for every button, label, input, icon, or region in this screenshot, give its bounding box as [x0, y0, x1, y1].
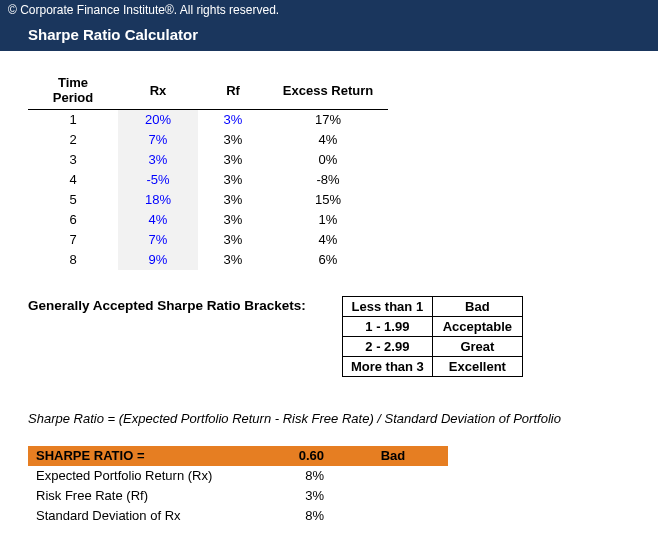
cell-rx: 18%	[118, 190, 198, 210]
cell-er: 1%	[268, 210, 388, 230]
cell-period: 6	[28, 210, 118, 230]
cell-rx: 3%	[118, 150, 198, 170]
title-bar: Sharpe Ratio Calculator	[0, 20, 658, 51]
cell-rx: 7%	[118, 230, 198, 250]
cell-er: 4%	[268, 230, 388, 250]
result-line-label: Risk Free Rate (Rf)	[28, 486, 268, 506]
table-row: 3 3% 3% 0%	[28, 150, 388, 170]
cell-period: 3	[28, 150, 118, 170]
result-line: Expected Portfolio Return (Rx) 8%	[28, 466, 448, 486]
result-label: SHARPE RATIO =	[28, 446, 268, 466]
bracket-range: More than 3	[342, 356, 432, 376]
bracket-row: Less than 1 Bad	[342, 296, 522, 316]
brackets-table: Less than 1 Bad 1 - 1.99 Acceptable 2 - …	[342, 296, 523, 377]
cell-rx: 7%	[118, 130, 198, 150]
brackets-section: Generally Accepted Sharpe Ratio Brackets…	[28, 296, 630, 377]
result-line: Standard Deviation of Rx 8%	[28, 506, 448, 526]
table-row: 6 4% 3% 1%	[28, 210, 388, 230]
result-line-value: 8%	[268, 506, 338, 526]
cell-rf: 3%	[198, 190, 268, 210]
col-time-period: Time Period	[28, 71, 118, 110]
cell-rx: 4%	[118, 210, 198, 230]
bracket-rating: Acceptable	[432, 316, 522, 336]
bracket-range: Less than 1	[342, 296, 432, 316]
bracket-range: 1 - 1.99	[342, 316, 432, 336]
result-line-value: 3%	[268, 486, 338, 506]
result-table: SHARPE RATIO = 0.60 Bad Expected Portfol…	[28, 446, 448, 526]
result-line-value: 8%	[268, 466, 338, 486]
result-value: 0.60	[268, 446, 338, 466]
col-rx: Rx	[118, 71, 198, 110]
result-line-label: Standard Deviation of Rx	[28, 506, 268, 526]
cell-rx: 20%	[118, 110, 198, 130]
result-line: Risk Free Rate (Rf) 3%	[28, 486, 448, 506]
cell-period: 1	[28, 110, 118, 130]
cell-rx: 9%	[118, 250, 198, 270]
table-row: 4 -5% 3% -8%	[28, 170, 388, 190]
cell-rf: 3%	[198, 230, 268, 250]
bracket-rating: Bad	[432, 296, 522, 316]
cell-period: 5	[28, 190, 118, 210]
brackets-heading: Generally Accepted Sharpe Ratio Brackets…	[28, 296, 306, 313]
cell-rx: -5%	[118, 170, 198, 190]
returns-table: Time Period Rx Rf Excess Return 1 20% 3%…	[28, 71, 388, 270]
cell-er: 6%	[268, 250, 388, 270]
bracket-rating: Great	[432, 336, 522, 356]
cell-rf: 3%	[198, 250, 268, 270]
table-row: 7 7% 3% 4%	[28, 230, 388, 250]
result-header-row: SHARPE RATIO = 0.60 Bad	[28, 446, 448, 466]
content-area: Time Period Rx Rf Excess Return 1 20% 3%…	[0, 51, 658, 542]
cell-er: 4%	[268, 130, 388, 150]
copyright-text: © Corporate Finance Institute®. All righ…	[8, 3, 279, 17]
cell-rf: 3%	[198, 150, 268, 170]
page-title: Sharpe Ratio Calculator	[28, 26, 198, 43]
cell-er: 0%	[268, 150, 388, 170]
table-row: 1 20% 3% 17%	[28, 110, 388, 130]
result-line-label: Expected Portfolio Return (Rx)	[28, 466, 268, 486]
bracket-row: 2 - 2.99 Great	[342, 336, 522, 356]
bracket-row: More than 3 Excellent	[342, 356, 522, 376]
table-row: 5 18% 3% 15%	[28, 190, 388, 210]
col-excess-return: Excess Return	[268, 71, 388, 110]
bracket-row: 1 - 1.99 Acceptable	[342, 316, 522, 336]
cell-er: 15%	[268, 190, 388, 210]
formula-text: Sharpe Ratio = (Expected Portfolio Retur…	[28, 411, 630, 426]
cell-period: 2	[28, 130, 118, 150]
cell-rf: 3%	[198, 110, 268, 130]
bracket-rating: Excellent	[432, 356, 522, 376]
cell-period: 4	[28, 170, 118, 190]
col-rf: Rf	[198, 71, 268, 110]
table-row: 8 9% 3% 6%	[28, 250, 388, 270]
cell-rf: 3%	[198, 170, 268, 190]
result-rating: Bad	[338, 446, 448, 466]
bracket-range: 2 - 2.99	[342, 336, 432, 356]
cell-er: -8%	[268, 170, 388, 190]
cell-rf: 3%	[198, 130, 268, 150]
copyright-bar: © Corporate Finance Institute®. All righ…	[0, 0, 658, 20]
table-row: 2 7% 3% 4%	[28, 130, 388, 150]
cell-er: 17%	[268, 110, 388, 130]
cell-period: 8	[28, 250, 118, 270]
cell-period: 7	[28, 230, 118, 250]
cell-rf: 3%	[198, 210, 268, 230]
